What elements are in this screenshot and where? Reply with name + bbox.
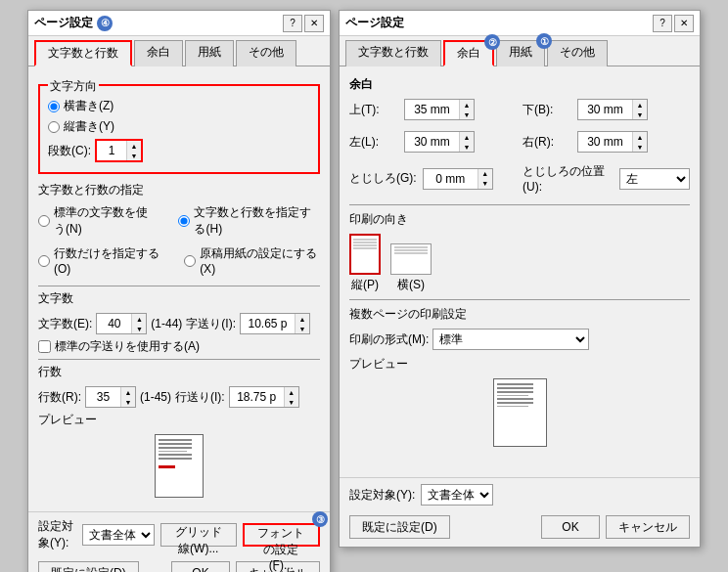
margin-grid: 上(T): ▲ ▼ 下(B): ▲ xyxy=(349,99,690,198)
left-help-button[interactable]: ? xyxy=(283,15,302,32)
line-count-spin-down[interactable]: ▼ xyxy=(121,397,135,407)
portrait-line3 xyxy=(353,244,377,246)
portrait-orient-box[interactable]: 縦(P) xyxy=(349,234,381,293)
left-tab-other[interactable]: その他 xyxy=(236,40,296,66)
gutter-margin-input[interactable] xyxy=(424,169,478,189)
char-count-input[interactable] xyxy=(97,314,131,333)
right-tab-paper[interactable]: 用紙 ① xyxy=(496,40,545,66)
line-spacing-spin-up[interactable]: ▲ xyxy=(285,387,298,397)
portrait-line4 xyxy=(353,247,377,249)
line-count-spin-up[interactable]: ▲ xyxy=(121,387,135,397)
right-cancel-button[interactable]: キャンセル xyxy=(606,515,690,539)
gutter-margin-spinbox[interactable]: ▲ ▼ xyxy=(423,168,493,190)
line-count-spinbox[interactable]: ▲ ▼ xyxy=(85,386,136,408)
columns-spin-down[interactable]: ▼ xyxy=(127,151,141,160)
bottom-margin-down[interactable]: ▼ xyxy=(633,110,647,119)
manuscript-radio[interactable] xyxy=(184,255,196,267)
line-spacing-spinbox[interactable]: ▲ ▼ xyxy=(229,386,299,408)
char-spacing-spin-buttons: ▲ ▼ xyxy=(295,314,309,333)
landscape-line3 xyxy=(394,252,428,254)
badge-3: ③ xyxy=(312,511,328,527)
char-count-field-label: 文字数(E): xyxy=(38,316,92,332)
left-ok-button[interactable]: OK xyxy=(171,561,230,572)
right-margin-input[interactable] xyxy=(578,132,632,152)
line-count-section: 行数 行数(R): ▲ ▼ (1-45) 行送り(I): ▲ ▼ xyxy=(38,359,320,408)
top-margin-spinbox[interactable]: ▲ ▼ xyxy=(404,99,475,120)
bottom-margin-spinbox[interactable]: ▲ ▼ xyxy=(577,99,648,120)
char-count-spin-buttons: ▲ ▼ xyxy=(131,314,146,333)
specify-chars-radio[interactable] xyxy=(178,215,190,227)
gutter-margin-down[interactable]: ▼ xyxy=(478,179,492,189)
line-spacing-spin-down[interactable]: ▼ xyxy=(285,397,298,407)
right-titlebar: ページ設定 ? ✕ xyxy=(340,11,700,36)
lines-only-radio[interactable] xyxy=(38,255,50,267)
right-margin-label: 右(R): xyxy=(523,134,571,151)
bottom-margin-input[interactable] xyxy=(578,100,632,119)
char-count-spin-up[interactable]: ▲ xyxy=(132,314,146,324)
portrait-page xyxy=(349,234,381,275)
standard-chars-radio[interactable] xyxy=(38,215,50,227)
right-default-button[interactable]: 既定に設定(D) xyxy=(349,515,450,539)
p-line2 xyxy=(159,443,192,445)
print-format-row: 印刷の形式(M): 標準 xyxy=(349,329,690,350)
top-margin-input[interactable] xyxy=(405,100,459,119)
landscape-orient-box[interactable]: 横(S) xyxy=(390,243,432,293)
columns-input[interactable] xyxy=(97,141,126,160)
right-margin-spinbox[interactable]: ▲ ▼ xyxy=(577,131,648,153)
char-spacing-spin-down[interactable]: ▼ xyxy=(296,324,309,333)
rp-line5 xyxy=(497,398,534,400)
line-count-spin-buttons: ▲ ▼ xyxy=(120,387,135,407)
left-margin-input[interactable] xyxy=(405,132,459,152)
left-margin-row: 左(L): ▲ ▼ xyxy=(349,131,517,153)
char-count-label: 文字数 xyxy=(38,290,320,307)
right-margin-down[interactable]: ▼ xyxy=(633,142,647,152)
left-footer-target-select[interactable]: 文書全体 xyxy=(82,524,155,546)
line-count-input[interactable] xyxy=(86,387,120,407)
bottom-margin-up[interactable]: ▲ xyxy=(633,100,647,110)
right-preview-container xyxy=(349,378,690,447)
char-spacing-spinbox[interactable]: ▲ ▼ xyxy=(240,313,310,334)
right-tab-other[interactable]: その他 xyxy=(547,40,608,66)
left-grid-button[interactable]: グリッド線(W)... xyxy=(160,523,237,547)
right-ok-button[interactable]: OK xyxy=(541,515,600,539)
left-margin-down[interactable]: ▼ xyxy=(460,142,474,152)
gutter-margin-up[interactable]: ▲ xyxy=(478,169,492,179)
right-help-button[interactable]: ? xyxy=(653,15,672,32)
gutter-pos-select[interactable]: 左 xyxy=(619,168,690,190)
left-dialog-body: 文字方向 横書き(Z) 縦書き(Y) 段数(C): ▲ ▼ xyxy=(28,66,330,511)
left-margin-spinbox[interactable]: ▲ ▼ xyxy=(404,131,475,153)
landscape-label: 横(S) xyxy=(397,277,425,293)
left-margin-up[interactable]: ▲ xyxy=(460,132,474,142)
multipage-section: 複数ページの印刷設定 印刷の形式(M): 標準 xyxy=(349,299,690,350)
left-close-button[interactable]: ✕ xyxy=(304,15,324,32)
left-tabs: 文字数と行数 余白 用紙 その他 xyxy=(28,36,330,66)
right-footer-target-select[interactable]: 文書全体 xyxy=(421,484,493,506)
p-line1 xyxy=(159,439,192,441)
left-tab-margin[interactable]: 余白 xyxy=(134,40,183,66)
right-dialog-body: 余白 上(T): ▲ ▼ 下(B): xyxy=(340,66,700,477)
right-tab-chars[interactable]: 文字数と行数 xyxy=(345,40,441,66)
line-spacing-input[interactable] xyxy=(230,387,284,407)
chars-options-group: 標準の文字数を使う(N) 文字数と行数を指定する(H) 行数だけを指定する(O)… xyxy=(38,204,320,280)
left-font-button[interactable]: フォントの設定(F)... xyxy=(243,523,320,547)
top-margin-down[interactable]: ▼ xyxy=(460,110,474,119)
specify-chars-label: 文字数と行数を指定する(H) xyxy=(194,204,320,238)
print-format-select[interactable]: 標準 xyxy=(432,329,589,350)
columns-spinbox[interactable]: ▲ ▼ xyxy=(95,139,143,162)
left-tab-chars[interactable]: 文字数と行数 xyxy=(34,40,132,66)
char-spacing-input[interactable] xyxy=(241,314,295,333)
right-tab-margin[interactable]: 余白 ② xyxy=(443,40,494,66)
char-count-spin-down[interactable]: ▼ xyxy=(132,324,146,333)
right-margin-up[interactable]: ▲ xyxy=(633,132,647,142)
left-default-button[interactable]: 既定に設定(D) xyxy=(38,561,139,572)
right-close-button[interactable]: ✕ xyxy=(674,15,694,32)
left-tab-paper[interactable]: 用紙 xyxy=(185,40,234,66)
columns-spin-up[interactable]: ▲ xyxy=(127,141,141,151)
top-margin-up[interactable]: ▲ xyxy=(460,100,474,110)
char-count-spinbox[interactable]: ▲ ▼ xyxy=(96,313,147,334)
standard-chars-row: 標準の文字数を使う(N) xyxy=(38,204,159,238)
standard-spacing-checkbox[interactable] xyxy=(38,340,51,353)
char-spacing-spin-up[interactable]: ▲ xyxy=(296,314,309,324)
horizontal-radio[interactable] xyxy=(48,101,60,112)
vertical-radio[interactable] xyxy=(48,121,60,133)
